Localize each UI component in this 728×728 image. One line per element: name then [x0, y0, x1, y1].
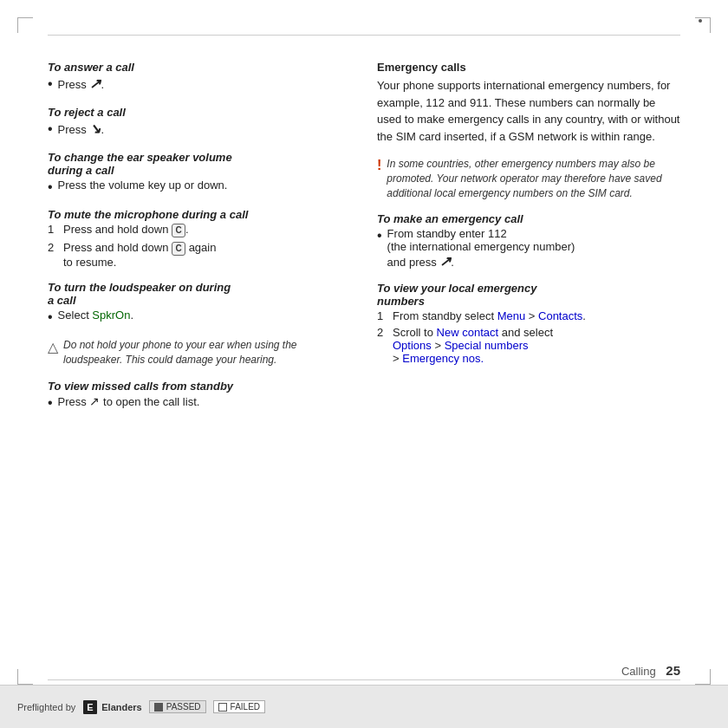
preflighted-label: Preflighted by [17, 702, 75, 712]
special-numbers-link: Special numbers [445, 339, 529, 352]
options-link: Options [393, 339, 432, 352]
make-emergency-text: From standby enter 112(the international… [387, 227, 575, 270]
heading-make-emergency-call: To make an emergency call [377, 212, 680, 225]
local-emergency-step-2-text: Scroll to New contact and selectOptions … [393, 326, 553, 365]
bullet-dot: • [48, 394, 53, 413]
emergency-nos-link: Emergency nos. [402, 352, 484, 365]
elanders-text: Elanders [101, 702, 141, 712]
bullet-loudspeaker: • Select SpkrOn. [48, 309, 351, 327]
section-view-local-emergency: To view your local emergencynumbers 1 Fr… [377, 282, 680, 365]
heading-view-local-emergency: To view your local emergencynumbers [377, 282, 680, 308]
ear-speaker-text: Press the volume key up or down. [58, 179, 228, 192]
warning-icon: △ [48, 339, 58, 355]
svg-text:E: E [88, 702, 94, 712]
right-separator-top [373, 35, 680, 36]
c-button-icon: C [172, 224, 185, 237]
contacts-link: Contacts [538, 309, 582, 322]
section-loudspeaker: To turn the loudspeaker on duringa call … [48, 281, 351, 327]
mute-step-1: 1 Press and hold down C. [48, 223, 351, 237]
step-number-2-right: 2 [377, 326, 387, 339]
bullet-dot: • [48, 120, 53, 139]
bullet-reject-call: • Press ↘. [48, 120, 351, 139]
section-make-emergency-call: To make an emergency call • From standby… [377, 212, 680, 270]
corner-mark-tl [17, 17, 33, 33]
loudspeaker-warning-block: △ Do not hold your phone to your ear whe… [48, 338, 351, 367]
step-number-2: 2 [48, 241, 58, 254]
heading-missed-calls: To view missed calls from standby [48, 380, 351, 393]
reject-call-text: Press ↘. [58, 120, 104, 137]
step-number-1-right: 1 [377, 309, 387, 322]
emergency-calls-title: Emergency calls [377, 61, 680, 74]
corner-mark-br [695, 669, 711, 685]
bullet-dot: • [48, 309, 53, 327]
call-answer-icon-2: ↗ [439, 254, 451, 269]
registration-dot [699, 19, 702, 23]
step-number-1: 1 [48, 223, 58, 236]
bullet-dot: • [377, 227, 382, 245]
left-separator-top [48, 35, 373, 36]
corner-mark-bl [17, 669, 33, 685]
elanders-logo-icon: E [82, 699, 98, 715]
passed-label: PASSED [166, 702, 201, 712]
call-list-icon: ↗ [89, 394, 100, 408]
call-end-icon: ↘ [89, 121, 101, 136]
heading-loudspeaker: To turn the loudspeaker on duringa call [48, 281, 351, 307]
spkron-link: SpkrOn [92, 309, 130, 322]
elanders-logo: E Elanders [82, 699, 141, 715]
failed-checkbox [218, 703, 227, 712]
failed-label: FAILED [231, 702, 260, 712]
mute-step-2-text: Press and hold down C againto resume. [63, 241, 216, 269]
passed-checkbox [154, 703, 163, 712]
local-emergency-step-1: 1 From standby select Menu > Contacts. [377, 309, 680, 322]
bullet-missed-calls: • Press ↗ to open the call list. [48, 394, 351, 413]
answer-call-text: Press ↗. [58, 75, 104, 92]
heading-reject-call: To reject a call [48, 106, 351, 119]
call-answer-icon: ↗ [89, 76, 101, 91]
right-separator-bottom [373, 679, 680, 680]
left-column: To answer a call • Press ↗. To reject a … [48, 52, 351, 676]
bullet-dot: • [48, 179, 53, 197]
section-answer-call: To answer a call • Press ↗. [48, 61, 351, 94]
right-column: Emergency calls Your phone supports inte… [377, 52, 680, 676]
footer-bar: Preflighted by E Elanders PASSED FAILED [0, 685, 728, 728]
corner-mark-tr [695, 17, 711, 33]
menu-link: Menu [497, 309, 526, 322]
section-emergency-calls: Emergency calls Your phone supports inte… [377, 61, 680, 145]
local-emergency-step-1-text: From standby select Menu > Contacts. [393, 309, 586, 322]
failed-badge: FAILED [213, 700, 265, 713]
missed-calls-text: Press ↗ to open the call list. [58, 394, 200, 408]
section-reject-call: To reject a call • Press ↘. [48, 106, 351, 139]
emergency-info-text: In some countries, other emergency numbe… [387, 157, 680, 200]
mute-step-2: 2 Press and hold down C againto resume. [48, 241, 351, 269]
warning-text: Do not hold your phone to your ear when … [63, 338, 351, 367]
passed-badge: PASSED [149, 700, 206, 713]
local-emergency-step-2: 2 Scroll to New contact and selectOption… [377, 326, 680, 365]
left-separator-bottom [48, 679, 373, 680]
new-contact-link: New contact [437, 326, 499, 339]
bullet-dot: • [48, 75, 53, 94]
heading-answer-call: To answer a call [48, 61, 351, 74]
loudspeaker-text: Select SpkrOn. [58, 309, 133, 322]
info-icon: ! [377, 158, 381, 173]
section-ear-speaker: To change the ear speaker volumeduring a… [48, 151, 351, 197]
heading-mute-microphone: To mute the microphone during a call [48, 208, 351, 221]
emergency-info-block: ! In some countries, other emergency num… [377, 157, 680, 200]
bullet-answer-call: • Press ↗. [48, 75, 351, 94]
bullet-ear-speaker: • Press the volume key up or down. [48, 179, 351, 197]
bullet-make-emergency: • From standby enter 112(the internation… [377, 227, 680, 270]
section-mute-microphone: To mute the microphone during a call 1 P… [48, 208, 351, 268]
emergency-calls-body: Your phone supports international emerge… [377, 77, 680, 145]
mute-step-1-text: Press and hold down C. [63, 223, 189, 237]
heading-ear-speaker: To change the ear speaker volumeduring a… [48, 151, 351, 177]
section-missed-calls: To view missed calls from standby • Pres… [48, 380, 351, 413]
main-content: To answer a call • Press ↗. To reject a … [48, 52, 680, 676]
c-button-icon-2: C [172, 242, 185, 256]
